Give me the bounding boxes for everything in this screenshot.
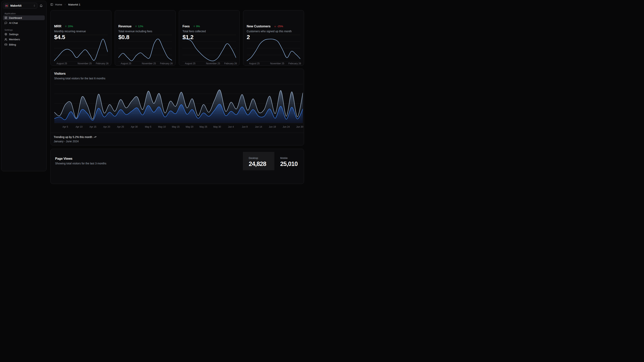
trend-value: 12% bbox=[138, 25, 143, 28]
trend-badge: 20% bbox=[65, 25, 73, 28]
x-axis-label: August 25 bbox=[121, 62, 131, 65]
x-axis-label: May 25 bbox=[200, 126, 207, 128]
message-square-icon bbox=[4, 22, 7, 25]
breadcrumb-home-link[interactable]: Home bbox=[55, 3, 62, 6]
users-icon bbox=[4, 38, 7, 41]
trend-period: January - June 2024 bbox=[54, 140, 79, 143]
makerkit-logo: m bbox=[5, 4, 8, 8]
fees-card: Fees 9% Total fees collected $1.2 August… bbox=[179, 10, 240, 66]
credit-card-icon bbox=[4, 43, 7, 46]
chevron-right-icon bbox=[64, 4, 66, 6]
sidebar-item-dashboard[interactable]: Dashboard bbox=[3, 16, 45, 20]
sidebar-toggle-button[interactable] bbox=[50, 3, 53, 6]
stat-value: 25,010 bbox=[280, 160, 304, 168]
x-axis-labels: August 25 November 25 February 26 bbox=[54, 62, 108, 65]
card-subtitle: Customers who signed up this month bbox=[247, 30, 292, 33]
x-axis-label: Jun 14 bbox=[255, 126, 262, 128]
trend-badge: 12% bbox=[135, 25, 143, 28]
sparkline-chart bbox=[247, 35, 300, 62]
card-subtitle: Total revenue including fees bbox=[118, 30, 152, 33]
x-axis-label: November 25 bbox=[206, 62, 220, 65]
sidebar-item-ai-chat[interactable]: AI Chat bbox=[3, 21, 45, 26]
trend-summary: Trending up by 5.2% this month bbox=[54, 135, 92, 139]
visitors-x-axis: Apr 5Apr 10Apr 15Apr 20Apr 25Apr 30May 5… bbox=[54, 126, 303, 128]
sidebar-item-label: Dashboard bbox=[9, 17, 22, 19]
sidebar: m Makerkit Application Dashboard AI Chat bbox=[1, 1, 46, 171]
nav-section-label: Application bbox=[4, 12, 45, 15]
x-axis-label: May 15 bbox=[172, 126, 180, 128]
mrr-card: MRR 20% Monthly recurring revenue $4.5 A… bbox=[50, 10, 111, 66]
sidebar-item-settings[interactable]: Settings bbox=[3, 32, 45, 37]
page-views-title: Page Views bbox=[55, 157, 72, 160]
x-axis-label: Jun 4 bbox=[228, 126, 234, 128]
nav-section-label: Settings bbox=[4, 29, 45, 31]
sparkline-chart bbox=[118, 35, 172, 62]
x-axis-labels: August 25 November 25 February 26 bbox=[182, 62, 236, 65]
main-content: Home Makerkit 1 MRR 20% Monthly recurrin… bbox=[50, 0, 304, 172]
card-title: New Customers bbox=[247, 25, 270, 28]
desktop-toggle-button[interactable]: Desktop 24,828 bbox=[243, 152, 274, 170]
arrow-up-icon bbox=[193, 25, 196, 28]
trend-value: 20% bbox=[68, 25, 73, 28]
arrow-up-icon bbox=[135, 25, 137, 28]
x-axis-label: Apr 20 bbox=[103, 126, 110, 128]
workspace-name: Makerkit bbox=[10, 4, 33, 7]
x-axis-label: Jun 24 bbox=[283, 126, 290, 128]
trending-up-icon bbox=[94, 136, 96, 138]
x-axis-label: May 10 bbox=[158, 126, 166, 128]
workspace-selector[interactable]: m Makerkit bbox=[3, 3, 37, 9]
x-axis-label: Apr 15 bbox=[90, 126, 96, 128]
stat-label: Desktop bbox=[249, 157, 274, 160]
logo-letter: m bbox=[6, 4, 8, 7]
trend-value: -25% bbox=[277, 25, 283, 28]
arrow-down-icon bbox=[274, 25, 276, 28]
breadcrumb-current: Makerkit 1 bbox=[68, 3, 80, 6]
card-subtitle: Total fees collected bbox=[182, 30, 206, 33]
new-customers-card: New Customers -25% Customers who signed … bbox=[243, 10, 304, 66]
x-axis-label: February 26 bbox=[96, 62, 108, 65]
x-axis-label: Jun 9 bbox=[242, 126, 248, 128]
x-axis-labels: August 25 November 25 February 26 bbox=[118, 62, 172, 65]
sidebar-item-label: Members bbox=[9, 38, 20, 41]
trend-badge: 9% bbox=[193, 25, 200, 28]
trend-badge: -25% bbox=[274, 25, 283, 28]
bell-icon bbox=[40, 4, 42, 7]
stat-label: Mobile bbox=[280, 157, 304, 160]
sidebar-item-members[interactable]: Members bbox=[3, 37, 45, 42]
visitors-area-chart bbox=[54, 84, 303, 123]
arrow-up-icon bbox=[65, 25, 67, 28]
card-title: MRR bbox=[54, 25, 61, 28]
x-axis-label: August 25 bbox=[56, 62, 67, 65]
mobile-toggle-button[interactable]: Mobile 25,010 bbox=[274, 152, 304, 170]
x-axis-label: August 25 bbox=[185, 62, 196, 65]
x-axis-label: August 25 bbox=[249, 62, 260, 65]
notifications-button[interactable] bbox=[38, 3, 44, 8]
gear-icon bbox=[4, 33, 7, 36]
visitors-title: Visitors bbox=[54, 72, 66, 76]
x-axis-label: May 30 bbox=[213, 126, 221, 128]
x-axis-label: Jun 19 bbox=[269, 126, 276, 128]
x-axis-labels: August 25 November 25 February 26 bbox=[247, 62, 300, 65]
x-axis-label: May 5 bbox=[145, 126, 152, 128]
x-axis-label: Apr 10 bbox=[76, 126, 82, 128]
sidebar-item-label: AI Chat bbox=[9, 22, 18, 25]
card-title: Fees bbox=[182, 25, 190, 28]
chevrons-up-down-icon bbox=[33, 5, 36, 7]
page-views-card: Page Views Showing total visitors for th… bbox=[50, 149, 304, 172]
x-axis-label: November 25 bbox=[270, 62, 284, 65]
x-axis-label: Apr 5 bbox=[62, 126, 68, 128]
x-axis-label: Apr 25 bbox=[117, 126, 124, 128]
revenue-card: Revenue 12% Total revenue including fees… bbox=[115, 10, 176, 66]
sidebar-item-label: Billing bbox=[9, 43, 16, 46]
x-axis-label: February 26 bbox=[288, 62, 301, 65]
sidebar-item-label: Settings bbox=[9, 33, 18, 36]
x-axis-label: February 26 bbox=[160, 62, 173, 65]
trend-value: 9% bbox=[196, 25, 200, 28]
sidebar-item-billing[interactable]: Billing bbox=[3, 42, 45, 47]
page-views-subtitle: Showing total visitors for the last 3 mo… bbox=[55, 162, 106, 165]
card-subtitle: Monthly recurring revenue bbox=[54, 30, 86, 33]
visitors-subtitle: Showing total visitors for the last 6 mo… bbox=[54, 77, 105, 80]
x-axis-label: November 25 bbox=[78, 62, 92, 65]
x-axis-label: February 26 bbox=[224, 62, 237, 65]
layout-dashboard-icon bbox=[4, 17, 7, 19]
